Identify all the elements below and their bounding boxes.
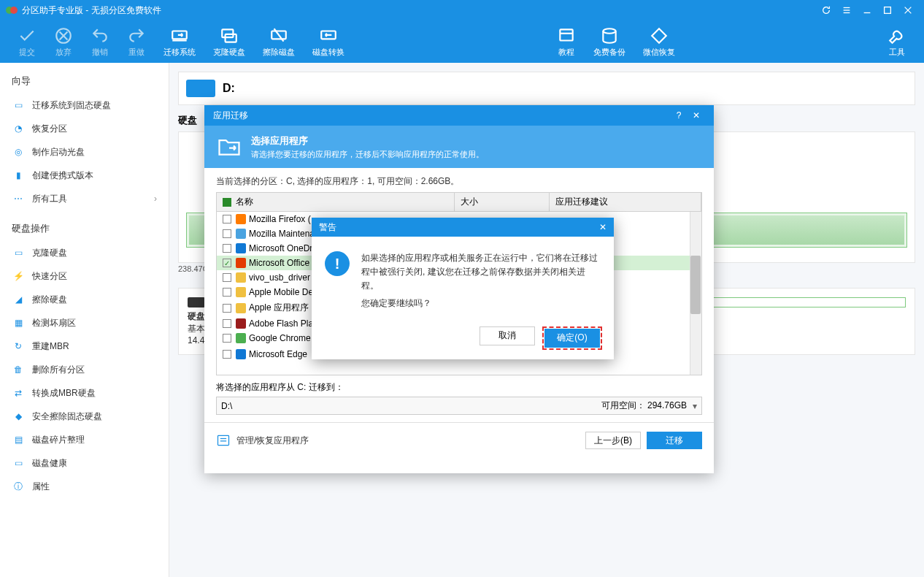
scrollbar[interactable] (690, 212, 701, 375)
sidebar-item-quick-partition[interactable]: ⚡快速分区 (0, 264, 169, 288)
usb-icon: ▮ (12, 169, 25, 182)
app-icon (236, 243, 246, 253)
sidebar-item-defrag[interactable]: ▤磁盘碎片整理 (0, 428, 169, 451)
svg-rect-22 (218, 435, 229, 445)
close-icon[interactable]: ✕ (688, 110, 705, 121)
refresh-icon[interactable] (816, 0, 836, 20)
app-name: vivo_usb_driver (249, 272, 310, 283)
sidebar-item-all-tools[interactable]: ⋯所有工具› (0, 187, 169, 210)
app-table-header: 名称 大小 应用迁移建议 (216, 192, 702, 212)
commit-button[interactable]: 提交 (9, 26, 45, 58)
wechat-recovery-button[interactable]: 微信恢复 (634, 26, 684, 58)
migrate-os-button[interactable]: 迁移系统 (155, 26, 204, 58)
app-icon (236, 214, 246, 224)
sidebar-item-properties[interactable]: ⓘ属性 (0, 475, 169, 498)
sidebar-item-boot-disc[interactable]: ◎制作启动光盘 (0, 140, 169, 164)
help-icon[interactable]: ? (670, 110, 688, 121)
discard-button[interactable]: 放弃 (45, 26, 82, 58)
sidebar-item-recover-partition[interactable]: ◔恢复分区 (0, 117, 169, 140)
titlebar: 分区助手专业版 - 无损分区免费软件 (0, 0, 924, 20)
prev-button[interactable]: 上一步(B) (585, 432, 641, 449)
row-checkbox[interactable] (223, 350, 231, 359)
clone-icon: ▭ (12, 246, 25, 259)
scrollbar-thumb[interactable] (690, 256, 701, 314)
warning-message-1: 如果选择的应用程序或相关服务正在运行中，它们将在迁移过程中被强行关闭, 建议您在… (361, 251, 601, 294)
dialog-header-subtitle: 请选择您要迁移的应用程序，迁移后不影响应用程序的正常使用。 (251, 149, 484, 160)
app-name: Mozilla Maintena (249, 229, 315, 239)
row-checkbox[interactable] (223, 244, 231, 253)
row-checkbox[interactable] (223, 334, 231, 343)
row-checkbox[interactable] (223, 229, 231, 238)
warning-title: 警告 (319, 221, 336, 234)
disk-icon (186, 80, 215, 97)
row-checkbox[interactable] (223, 288, 231, 297)
convert-icon: ⇄ (12, 386, 25, 400)
shield-icon: ◆ (12, 410, 25, 423)
selection-info: 当前选择的分区：C, 选择的应用程序：1, 可用空间：2.66GB。 (216, 175, 702, 188)
tutorial-button[interactable]: 教程 (548, 26, 585, 58)
app-name: Adobe Flash Pla (249, 318, 313, 329)
app-title: 分区助手专业版 - 无损分区免费软件 (22, 4, 161, 17)
folder-icon (216, 134, 242, 160)
close-button[interactable] (898, 0, 918, 20)
wizard-section-title: 向导 (0, 69, 169, 93)
row-checkbox[interactable] (223, 273, 231, 282)
clone-disk-button[interactable]: 克隆硬盘 (204, 26, 254, 58)
warning-dialog: 警告 ✕ ! 如果选择的应用程序或相关服务正在运行中，它们将在迁移过程中被强行关… (312, 218, 614, 359)
eraser-icon: ◢ (12, 293, 25, 306)
sidebar-item-portable[interactable]: ▮创建便携式版本 (0, 164, 169, 187)
ok-button[interactable]: 确定(O) (544, 329, 600, 348)
disc-icon: ◎ (12, 145, 25, 158)
app-icon (236, 258, 246, 268)
row-checkbox[interactable] (223, 259, 231, 267)
sidebar-item-rebuild-mbr[interactable]: ↻重建MBR (0, 335, 169, 358)
sidebar-item-secure-erase-ssd[interactable]: ◆安全擦除固态硬盘 (0, 405, 169, 428)
sidebar-item-convert-mbr[interactable]: ⇄转换成MBR硬盘 (0, 381, 169, 405)
migrate-button[interactable]: 迁移 (647, 432, 702, 449)
grid-icon: ▦ (12, 316, 25, 329)
defrag-icon: ▤ (12, 433, 25, 446)
convert-disk-button[interactable]: 磁盘转换 (304, 26, 353, 58)
chevron-right-icon: › (154, 194, 157, 204)
list-icon (216, 433, 231, 448)
app-icon (236, 303, 246, 313)
main-toolbar: 提交 放弃 撤销 重做 迁移系统 克隆硬盘 擦除磁盘 磁盘转换 教程 免费备份 … (0, 20, 924, 63)
manage-apps-link[interactable]: 管理/恢复应用程序 (216, 433, 309, 448)
backup-button[interactable]: 免费备份 (585, 26, 634, 58)
app-icon (236, 287, 246, 297)
warning-icon: ! (325, 251, 350, 276)
menu-icon[interactable] (836, 0, 857, 20)
app-name: Microsoft Office (249, 258, 309, 268)
close-icon[interactable]: ✕ (599, 222, 607, 232)
dest-label: 将选择的应用程序从 C: 迁移到： (216, 381, 702, 394)
wipe-disk-button[interactable]: 擦除磁盘 (254, 26, 304, 58)
sidebar-item-wipe-disk[interactable]: ◢擦除硬盘 (0, 288, 169, 311)
minimize-button[interactable] (857, 0, 877, 20)
info-icon: ⓘ (12, 480, 25, 493)
refresh-icon: ↻ (12, 340, 25, 353)
cancel-button[interactable]: 取消 (480, 326, 535, 345)
disk-d-panel[interactable]: D: (178, 72, 915, 105)
ops-section-title: 硬盘操作 (0, 216, 169, 241)
sidebar-item-migrate-ssd[interactable]: ▭迁移系统到固态硬盘 (0, 93, 169, 117)
undo-button[interactable]: 撤销 (82, 26, 118, 58)
app-name: Mozilla Firefox ( (249, 214, 311, 224)
tools-button[interactable]: 工具 (879, 26, 915, 58)
sidebar-item-clone-disk[interactable]: ▭克隆硬盘 (0, 241, 169, 264)
health-icon: ▭ (12, 456, 25, 470)
row-checkbox[interactable] (223, 215, 231, 223)
disk-icon (188, 297, 205, 307)
redo-button[interactable]: 重做 (118, 26, 155, 58)
maximize-button[interactable] (877, 0, 898, 20)
svg-rect-6 (885, 7, 891, 14)
disk-d-label: D: (223, 82, 235, 95)
sidebar-item-bad-sector[interactable]: ▦检测坏扇区 (0, 311, 169, 335)
dest-dropdown[interactable]: D:\ 可用空间： 294.76GB ▾ (216, 397, 702, 415)
sidebar-item-delete-all[interactable]: 🗑删除所有分区 (0, 358, 169, 381)
app-name: Apple 应用程序 (249, 302, 309, 314)
row-checkbox[interactable] (223, 319, 231, 328)
select-all-checkbox[interactable] (223, 198, 231, 207)
sidebar-item-disk-health[interactable]: ▭磁盘健康 (0, 451, 169, 475)
row-checkbox[interactable] (223, 304, 231, 313)
trash-icon: 🗑 (12, 363, 25, 376)
